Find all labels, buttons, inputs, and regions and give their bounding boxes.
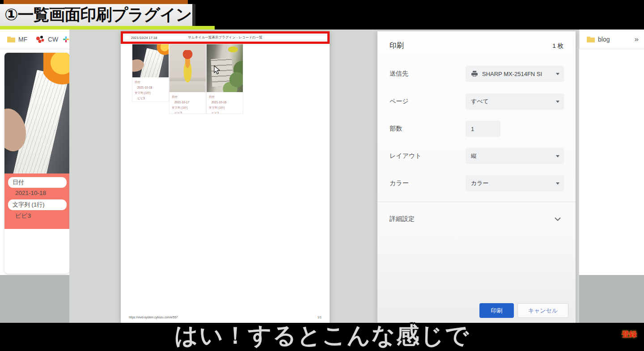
caret-down-icon xyxy=(556,155,559,157)
preview-record-card: 日付 2021-10-16 文字列 (1行) ピピ1 xyxy=(206,44,243,114)
print-dialog: 印刷 1 枚 送信先 SHARP MX-2514FN SI ページ すべて 部数 xyxy=(377,31,576,323)
background-page-right xyxy=(579,49,644,323)
bookmark-folder-blog[interactable]: blog xyxy=(587,30,610,49)
slack-icon xyxy=(63,35,69,44)
folder-icon xyxy=(7,36,15,42)
record-photo xyxy=(4,53,69,173)
bird-shape xyxy=(225,45,241,54)
record-fields: 日付 2021-10-18 文字列 (1行) ピピ3 xyxy=(4,173,69,229)
video-title-banner: ①一覧画面印刷プラグイン xyxy=(0,4,195,26)
preview-header-title: サムネイル一覧表示プラグイン - レコードの一覧 xyxy=(123,35,327,40)
field-label-text: 文字列 (1行) xyxy=(135,90,167,96)
field-value-date: 2021-10-18 xyxy=(135,85,167,90)
field-label-text: 文字列 (1行) xyxy=(209,105,242,110)
field-value-date: 2021-10-17 xyxy=(172,100,204,105)
annotation-red-box: 2021/10/24 17:18 サムネイル一覧表示プラグイン - レコードの一… xyxy=(121,31,330,44)
destination-value: SHARP MX-2514FN SI xyxy=(482,71,553,77)
field-value-date: 2021-10-18 xyxy=(15,190,69,196)
record-card: 日付 2021-10-18 文字列 (1行) ピピ3 xyxy=(4,53,69,274)
bookmark-slack[interactable] xyxy=(63,30,69,49)
thumbnail-photo xyxy=(169,44,206,92)
field-value-text: ピピ3 xyxy=(15,212,69,220)
bookmark-chatwork[interactable]: CW xyxy=(36,30,58,49)
bird-shape xyxy=(154,44,169,56)
caret-down-icon xyxy=(556,101,559,103)
background-page-left: 日付 2021-10-18 文字列 (1行) ピピ3 xyxy=(0,49,69,323)
video-frame: MF CW blog » xyxy=(0,0,644,351)
bookmarks-bar-left: MF CW xyxy=(0,30,69,49)
banner-accent-bar xyxy=(4,0,188,4)
field-value-date: 2021-10-16 xyxy=(209,100,242,105)
page-footer-area xyxy=(0,275,69,323)
layout-dropdown[interactable]: 縦 xyxy=(466,148,564,164)
dialog-divider xyxy=(377,202,576,202)
sheet-count: 1 枚 xyxy=(552,42,564,50)
banner-underline xyxy=(0,26,215,30)
pages-dropdown[interactable]: すべて xyxy=(466,93,564,110)
chatwork-icon xyxy=(36,35,45,43)
copies-row: 部数 xyxy=(377,121,576,137)
color-dropdown[interactable]: カラー xyxy=(466,175,564,191)
more-settings-toggle[interactable]: 詳細設定 xyxy=(377,212,576,226)
destination-row: 送信先 SHARP MX-2514FN SI xyxy=(377,66,576,82)
field-label-date: 日付 xyxy=(135,80,167,85)
field-label-date: 日付 xyxy=(8,177,67,188)
more-settings-label: 詳細設定 xyxy=(390,215,415,223)
page-footer-area xyxy=(579,275,644,323)
copies-label: 部数 xyxy=(390,125,402,133)
field-value-text: ピピ1 xyxy=(209,110,242,114)
preview-footer-page: 1/1 xyxy=(318,316,322,319)
color-label: カラー xyxy=(390,179,409,187)
subtitle-caption: はい！するとこんな感じで xyxy=(0,320,644,351)
dialog-title: 印刷 xyxy=(390,41,404,51)
bird-shape xyxy=(180,50,195,85)
preview-record-card: 日付 2021-10-17 文字列 (1行) ピピ2 xyxy=(169,44,206,114)
field-label-date: 日付 xyxy=(172,94,204,100)
thumbnail-photo xyxy=(132,44,169,77)
bird-shape xyxy=(43,53,69,96)
bookmarks-bar-right: blog » xyxy=(579,30,644,49)
print-button[interactable]: 印刷 xyxy=(479,303,514,318)
bookmark-label: blog xyxy=(598,36,610,43)
destination-label: 送信先 xyxy=(390,70,408,78)
bookmark-folder-mf[interactable]: MF xyxy=(7,30,27,49)
color-value: カラー xyxy=(471,179,553,187)
cancel-button[interactable]: キャンセル xyxy=(517,303,568,318)
thumbnail-photo xyxy=(207,44,243,92)
field-value-text: ピピ3 xyxy=(135,96,167,101)
caret-down-icon xyxy=(556,182,559,185)
bookmark-label: MF xyxy=(18,36,27,43)
color-row: カラー カラー xyxy=(377,175,576,191)
layout-row: レイアウト 縦 xyxy=(377,148,576,164)
field-label-date: 日付 xyxy=(209,94,242,100)
subscribe-reminder[interactable]: 登録 xyxy=(622,329,637,339)
field-label-text: 文字列 (1行) xyxy=(8,199,67,210)
plant-shape xyxy=(218,57,243,92)
video-title-text: ①一覧画面印刷プラグイン xyxy=(4,4,192,26)
caret-down-icon xyxy=(556,73,559,75)
pages-value: すべて xyxy=(471,97,553,106)
layout-value: 縦 xyxy=(471,152,553,160)
copies-input[interactable] xyxy=(466,121,500,137)
field-value-text: ピピ2 xyxy=(172,110,204,114)
mouse-cursor xyxy=(214,65,220,75)
destination-dropdown[interactable]: SHARP MX-2514FN SI xyxy=(466,66,564,82)
preview-footer-url: https://vivid-system.cybozu.com/k/557 xyxy=(129,316,178,319)
print-preview-page: 2021/10/24 17:18 サムネイル一覧表示プラグイン - レコードの一… xyxy=(121,31,330,323)
layout-label: レイアウト xyxy=(390,152,422,160)
bookmarks-overflow-chevron[interactable]: » xyxy=(635,30,639,49)
pages-label: ページ xyxy=(390,97,409,106)
field-label-text: 文字列 (1行) xyxy=(172,105,204,110)
bookmark-label: CW xyxy=(48,36,58,43)
caption-bar: はい！するとこんな感じで 登録 xyxy=(0,323,644,351)
chevron-down-icon xyxy=(555,217,561,221)
folder-icon xyxy=(587,36,595,42)
preview-record-card: 日付 2021-10-18 文字列 (1行) ピピ3 xyxy=(132,44,169,102)
printer-icon xyxy=(471,70,478,77)
pages-row: ページ すべて xyxy=(377,93,576,110)
